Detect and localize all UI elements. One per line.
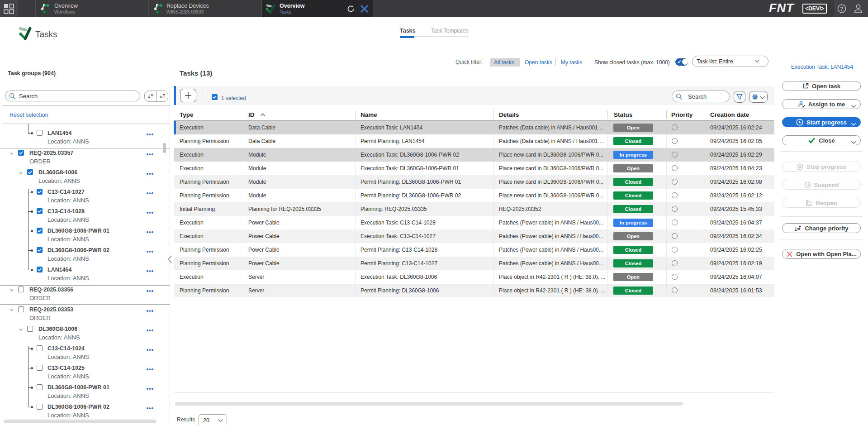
svg-text:?: ? xyxy=(840,6,843,12)
